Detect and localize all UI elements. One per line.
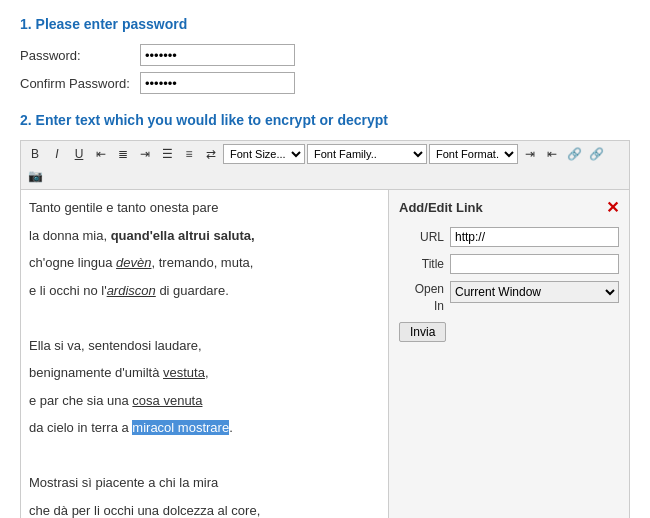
text-line-5: Ella si va, sentendosi laudare, (29, 336, 380, 356)
align-right-button[interactable]: ⇥ (135, 144, 155, 164)
title-label: Title (399, 257, 444, 271)
section1-title: 1. Please enter password (20, 16, 630, 32)
text-content[interactable]: Tanto gentile e tanto onesta pare la don… (21, 190, 389, 518)
font-format-select[interactable]: Font Format. BoldItalic (429, 144, 518, 164)
link-panel-title-text: Add/Edit Link (399, 200, 483, 215)
list-ordered-button[interactable]: ⇄ (201, 144, 221, 164)
text-line-1: Tanto gentile e tanto onesta pare (29, 198, 380, 218)
text-line-6: benignamente d'umiltà vestuta, (29, 363, 380, 383)
text-line-2: la donna mia, quand'ella altrui saluta, (29, 226, 380, 246)
editor-toolbar: B I U ⇤ ≣ ⇥ ☰ ≡ ⇄ Font Size... 810121416… (21, 141, 629, 190)
text-line-9: Mostrasi sì piacente a chi la mira (29, 473, 380, 493)
section-editor: 2. Enter text which you would like to en… (20, 112, 630, 518)
link-panel: Add/Edit Link ✕ URL Title OpenIn Current… (389, 190, 629, 518)
link-panel-close-button[interactable]: ✕ (606, 198, 619, 217)
editor-body: Tanto gentile e tanto onesta pare la don… (21, 190, 629, 518)
text-spacer-1 (29, 308, 380, 328)
unlink-button[interactable]: 🔗 (586, 144, 606, 164)
bold-button[interactable]: B (25, 144, 45, 164)
link-button[interactable]: 🔗 (564, 144, 584, 164)
font-family-select[interactable]: Font Family.. ArialTimes New RomanCourie… (307, 144, 427, 164)
outdent-button[interactable]: ⇤ (542, 144, 562, 164)
link-panel-header: Add/Edit Link ✕ (399, 198, 619, 217)
password-label: Password: (20, 48, 140, 63)
text-line-4: e li occhi no l'ardiscon di guardare. (29, 281, 380, 301)
url-row: URL (399, 227, 619, 247)
font-size-select[interactable]: Font Size... 810121416 (223, 144, 305, 164)
invia-button[interactable]: Invia (399, 322, 446, 342)
password-input[interactable] (140, 44, 295, 66)
image-button[interactable]: 📷 (25, 166, 45, 186)
title-row: Title (399, 254, 619, 274)
section-password: 1. Please enter password Password: Confi… (20, 16, 630, 94)
open-label: OpenIn (399, 281, 444, 315)
indent-button[interactable]: ⇥ (520, 144, 540, 164)
section2-title: 2. Enter text which you would like to en… (20, 112, 630, 128)
open-in-row: OpenIn Current Window New Window (399, 281, 619, 315)
text-line-10: che dà per li occhi una dolcezza al core… (29, 501, 380, 519)
confirm-password-input[interactable] (140, 72, 295, 94)
password-row: Password: (20, 44, 630, 66)
editor-container: B I U ⇤ ≣ ⇥ ☰ ≡ ⇄ Font Size... 810121416… (20, 140, 630, 518)
confirm-password-row: Confirm Password: (20, 72, 630, 94)
title-input[interactable] (450, 254, 619, 274)
align-center-button[interactable]: ≣ (113, 144, 133, 164)
italic-button[interactable]: I (47, 144, 67, 164)
confirm-password-label: Confirm Password: (20, 76, 140, 91)
open-in-select[interactable]: Current Window New Window (450, 281, 619, 303)
text-line-3: ch'ogne lingua devèn, tremando, muta, (29, 253, 380, 273)
text-line-8: da cielo in terra a miracol mostrare. (29, 418, 380, 438)
url-label: URL (399, 230, 444, 244)
list-unordered-button[interactable]: ≡ (179, 144, 199, 164)
url-input[interactable] (450, 227, 619, 247)
text-spacer-2 (29, 446, 380, 466)
align-left-button[interactable]: ⇤ (91, 144, 111, 164)
underline-button[interactable]: U (69, 144, 89, 164)
text-line-7: e par che sia una cosa venuta (29, 391, 380, 411)
justify-button[interactable]: ☰ (157, 144, 177, 164)
